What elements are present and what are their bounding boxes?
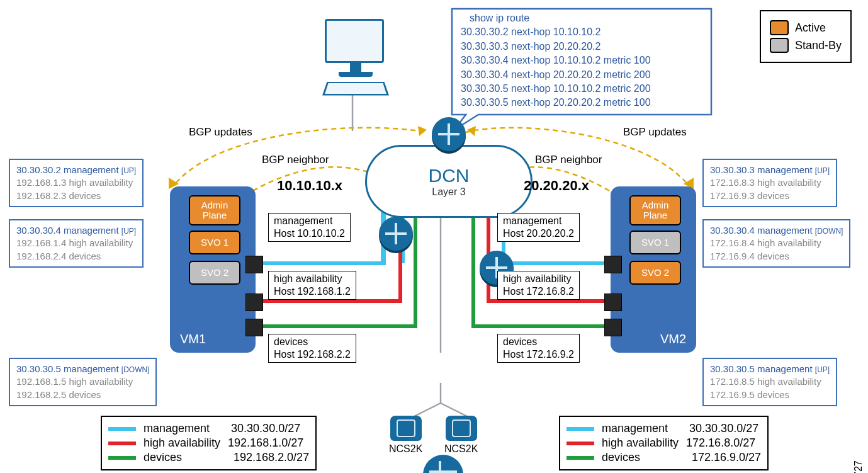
state-legend: Active Stand-By bbox=[760, 10, 852, 63]
agg-router-icon bbox=[423, 455, 463, 473]
vm2-admin-plane: Admin Plane bbox=[629, 195, 681, 225]
dcn-router-left-icon bbox=[379, 217, 413, 251]
vm1-mgmt-port bbox=[245, 256, 263, 273]
vm2-ha-port bbox=[604, 293, 622, 311]
vm1-ha-port bbox=[245, 293, 263, 311]
vm1-svo2-callout: 30.30.30.5 management [DOWN] 192.168.1.5… bbox=[9, 358, 157, 406]
vm2-svo1-callout: 30.30.30.4 management [DOWN] 172.16.8.4 … bbox=[702, 219, 850, 268]
vm2-svo2: SVO 2 bbox=[629, 261, 681, 285]
top-router-icon bbox=[432, 117, 466, 151]
switch-icon bbox=[390, 416, 422, 441]
vm1-svo1: SVO 1 bbox=[189, 231, 240, 254]
vm2-svo2-callout: 30.30.30.5 management [UP] 172.16.8.5 hi… bbox=[702, 358, 837, 406]
ip-route-table: show ip route 30.30.30.2 next-hop 10.10.… bbox=[453, 8, 720, 114]
vm2-svo1: SVO 1 bbox=[629, 231, 681, 254]
bgp-updates-left: BGP updates bbox=[189, 126, 252, 139]
dcn-cloud: DCN Layer 3 bbox=[365, 145, 533, 218]
subnet-right: 20.20.20.x bbox=[524, 178, 589, 194]
vm1-svo2: SVO 2 bbox=[189, 261, 240, 285]
vm2-dev-label: devicesHost 172.16.9.2 bbox=[497, 334, 580, 363]
subnet-legend-left: management30.30.30.0/27 high availabilit… bbox=[101, 416, 317, 470]
vm2-ha-label: high availabilityHost 172.16.8.2 bbox=[497, 271, 580, 300]
vm1-dev-label: devicesHost 192.168.2.2 bbox=[268, 334, 356, 363]
vm1-svo1-callout: 30.30.30.4 management [UP] 192.168.1.4 h… bbox=[9, 219, 144, 268]
standby-swatch bbox=[770, 38, 789, 53]
vm2-admin-callout: 30.30.30.3 management [UP] 172.16.8.3 hi… bbox=[702, 159, 837, 207]
figure-id: 522727 bbox=[853, 460, 864, 473]
svg-marker-1 bbox=[467, 126, 476, 136]
vm1-ha-label: high availabilityHost 192.168.1.2 bbox=[268, 271, 356, 300]
subnet-legend-right: management30.30.30.0/27 high availabilit… bbox=[559, 416, 769, 470]
ncs2k-right: NCS2K bbox=[444, 416, 478, 455]
vm1-mgmt-label: managementHost 10.10.10.2 bbox=[268, 213, 351, 242]
bgp-neighbor-right: BGP neighbor bbox=[535, 154, 602, 166]
route-title: show ip route bbox=[461, 11, 713, 25]
svg-marker-0 bbox=[418, 126, 427, 136]
switch-icon bbox=[446, 416, 477, 441]
bgp-neighbor-left: BGP neighbor bbox=[262, 154, 329, 166]
subnet-left: 10.10.10.x bbox=[277, 178, 342, 194]
workstation-icon bbox=[325, 19, 386, 97]
ncs2k-left: NCS2K bbox=[389, 416, 422, 455]
vm2-mgmt-port bbox=[604, 256, 622, 273]
vm1-admin-plane: Admin Plane bbox=[189, 195, 240, 225]
vm1-admin-callout: 30.30.30.2 management [UP] 192.168.1.3 h… bbox=[9, 159, 144, 207]
active-swatch bbox=[770, 20, 789, 35]
bgp-updates-right: BGP updates bbox=[623, 126, 687, 139]
vm2-mgmt-label: managementHost 20.20.20.2 bbox=[497, 213, 580, 242]
vm1-dev-port bbox=[245, 319, 263, 336]
vm2-dev-port bbox=[604, 319, 622, 336]
